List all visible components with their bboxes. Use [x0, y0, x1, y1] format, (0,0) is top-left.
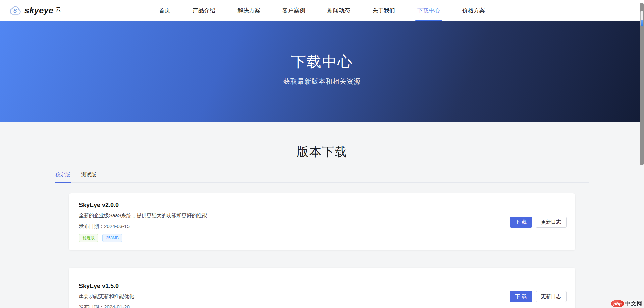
card-actions: 下 载 更新日志 — [510, 217, 567, 228]
nav-item-products[interactable]: 产品介绍 — [193, 0, 215, 21]
version-description: 重要功能更新和性能优化 — [79, 293, 134, 300]
nav-item-solutions[interactable]: 解决方案 — [237, 0, 260, 21]
nav-item-news[interactable]: 新闻动态 — [327, 0, 350, 21]
php-cn-watermark: php 中文网 — [611, 300, 642, 307]
nav-item-cases[interactable]: 客户案例 — [282, 0, 305, 21]
hero-subtitle: 获取最新版本和相关资源 — [0, 77, 644, 86]
download-button[interactable]: 下 载 — [510, 217, 532, 228]
download-card-v2: SkyEye v2.0.0 全新的企业级SaaS系统，提供更强大的功能和更好的性… — [69, 193, 575, 250]
nav-item-about[interactable]: 关于我们 — [372, 0, 395, 21]
brand-suffix: 云 — [56, 6, 61, 13]
php-logo-badge: php — [611, 300, 624, 307]
top-navigation-bar: S skyeye 云 首页 产品介绍 解决方案 客户案例 新闻动态 关于我们 下… — [0, 0, 644, 21]
filesize-badge: 258MB — [102, 234, 122, 242]
nav-item-home[interactable]: 首页 — [159, 0, 170, 21]
hero-banner: 下载中心 获取最新版本和相关资源 — [0, 21, 644, 122]
downloads-section: 版本下载 稳定版 测试版 SkyEye v2.0.0 全新的企业级SaaS系统，… — [0, 122, 644, 308]
svg-text:S: S — [13, 8, 17, 14]
brand-name: skyeye — [24, 6, 53, 15]
version-badges: 稳定版 258MB — [79, 234, 207, 242]
release-date: 发布日期：2024-03-15 — [79, 223, 207, 230]
download-card-v1-5: SkyEye v1.5.0 重要功能更新和性能优化 发布日期：2024-01-2… — [69, 268, 575, 308]
nav-item-pricing[interactable]: 价格方案 — [462, 0, 485, 21]
brand-logo[interactable]: S skyeye 云 — [9, 0, 61, 21]
cloud-logo-icon: S — [9, 6, 23, 16]
scrollbar-thumb[interactable] — [640, 3, 644, 165]
card-actions: 下 载 更新日志 — [510, 291, 567, 302]
scrollbar-mini-indicator-fill — [641, 20, 643, 26]
stable-badge: 稳定版 — [79, 234, 98, 242]
download-button[interactable]: 下 载 — [510, 291, 532, 302]
version-name: SkyEye v1.5.0 — [79, 283, 134, 290]
section-title: 版本下载 — [0, 144, 644, 160]
page-scrollbar[interactable] — [639, 0, 644, 308]
content-container: 稳定版 测试版 SkyEye v2.0.0 全新的企业级SaaS系统，提供更强大… — [55, 170, 589, 308]
version-name: SkyEye v2.0.0 — [79, 202, 207, 209]
tab-beta[interactable]: 测试版 — [80, 170, 97, 182]
scrollbar-mini-indicator — [640, 11, 643, 26]
version-description: 全新的企业级SaaS系统，提供更强大的功能和更好的性能 — [79, 212, 207, 219]
changelog-button[interactable]: 更新日志 — [536, 217, 567, 228]
download-card-info: SkyEye v1.5.0 重要功能更新和性能优化 发布日期：2024-01-2… — [79, 283, 134, 308]
main-nav: 首页 产品介绍 解决方案 客户案例 新闻动态 关于我们 下载中心 价格方案 — [159, 0, 485, 21]
changelog-button[interactable]: 更新日志 — [536, 291, 567, 302]
release-date: 发布日期：2024-01-20 — [79, 304, 134, 308]
card-divider — [55, 257, 589, 257]
download-card-info: SkyEye v2.0.0 全新的企业级SaaS系统，提供更强大的功能和更好的性… — [79, 202, 207, 242]
hero-title: 下载中心 — [0, 21, 644, 72]
nav-item-download-center[interactable]: 下载中心 — [417, 0, 440, 21]
watermark-text: 中文网 — [625, 300, 642, 307]
version-tabs: 稳定版 测试版 — [55, 170, 589, 183]
tab-stable[interactable]: 稳定版 — [55, 170, 71, 182]
